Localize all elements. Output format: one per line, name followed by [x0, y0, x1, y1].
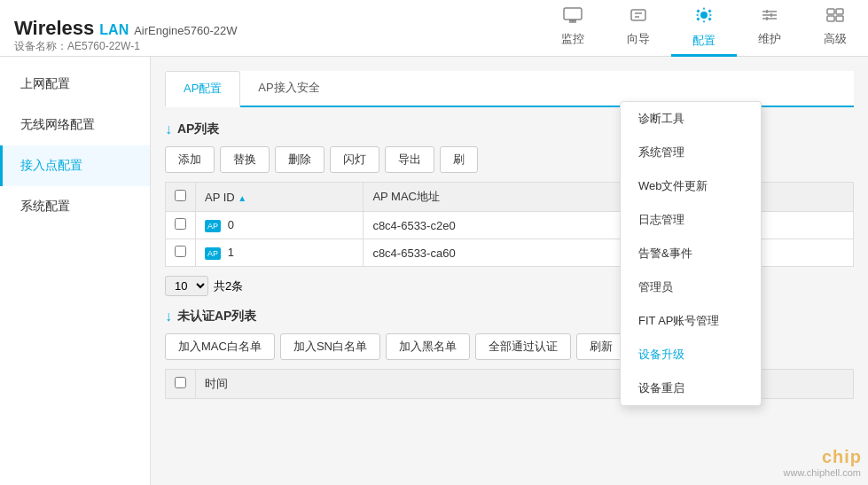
brand-wireless: Wireless [14, 17, 94, 40]
header-nav: 监控 向导 配置 [540, 0, 868, 57]
add-button[interactable]: 添加 [165, 146, 215, 173]
refresh-button[interactable]: 刷 [440, 146, 478, 173]
watermark: c h i p www.chiphell.com [784, 447, 861, 478]
add-mac-button[interactable]: 加入MAC白名单 [165, 333, 275, 360]
unauth-select-all[interactable] [175, 377, 186, 388]
row0-checkbox[interactable] [175, 218, 186, 230]
dropdown-item-sysmgr[interactable]: 系统管理 [621, 136, 761, 169]
delete-button[interactable]: 删除 [275, 146, 325, 173]
svg-rect-4 [631, 10, 645, 20]
monitor-icon [563, 7, 583, 27]
chip-c: c [822, 447, 832, 467]
svg-rect-14 [836, 9, 843, 14]
nav-item-maintain[interactable]: 维护 [737, 0, 802, 57]
sort-ap-id-icon: ▲ [238, 193, 246, 203]
dropdown-item-webupdate[interactable]: Web文件更新 [621, 169, 761, 203]
nav-item-config[interactable]: 配置 [671, 0, 737, 57]
dropdown-item-diag[interactable]: 诊断工具 [621, 102, 761, 136]
nav-label-wizard: 向导 [627, 31, 650, 47]
chip-h: h [833, 447, 843, 467]
header-checkbox-cell [166, 183, 196, 212]
svg-rect-13 [827, 9, 834, 14]
row0-ap-id: AP 0 [196, 212, 364, 239]
brand: Wireless LAN AirEngine5760-22W [14, 17, 238, 40]
header-ap-mac[interactable]: AP MAC地址 [364, 183, 645, 212]
dropdown-menu: 诊断工具 系统管理 Web文件更新 日志管理 告警&事件 管理员 FIT AP账… [620, 101, 762, 406]
svg-rect-1 [569, 20, 576, 21]
unauth-header-checkbox [166, 370, 196, 399]
tab-ap-security[interactable]: AP接入安全 [240, 71, 337, 107]
nav-item-wizard[interactable]: 向导 [606, 0, 671, 57]
brand-lan: LAN [99, 22, 129, 38]
advanced-icon [825, 7, 845, 27]
row1-ap-id: AP 1 [196, 239, 364, 267]
maintain-icon [760, 7, 779, 27]
select-all-checkbox[interactable] [175, 190, 186, 201]
add-sn-button[interactable]: 加入SN白名单 [280, 333, 380, 360]
chip-logo: c h i p [822, 447, 861, 467]
sidebar: 上网配置 无线网络配置 接入点配置 系统配置 [0, 57, 151, 485]
dropdown-item-fitap[interactable]: FIT AP账号管理 [621, 304, 761, 338]
flash-button[interactable]: 闪灯 [330, 146, 379, 173]
device-name: 设备名称：AE5760-22W-1 [14, 39, 140, 54]
page-size-select[interactable]: 10 20 50 [165, 276, 208, 296]
nav-label-maintain: 维护 [758, 31, 781, 47]
row1-checkbox[interactable] [175, 246, 186, 257]
sidebar-item-ap-config[interactable]: 接入点配置 [0, 145, 150, 186]
chip-i: i [844, 447, 849, 467]
nav-label-config: 配置 [692, 33, 716, 49]
row0-ap-mac: c8c4-6533-c2e0 [364, 212, 645, 239]
svg-rect-16 [836, 16, 843, 21]
brand-model: AirEngine5760-22W [134, 24, 237, 37]
export-button[interactable]: 导出 [385, 146, 434, 173]
config-icon [694, 5, 714, 29]
main-layout: 上网配置 无线网络配置 接入点配置 系统配置 AP配置 AP接入安全 ↓ AP列… [0, 57, 868, 485]
add-black-button[interactable]: 加入黑名单 [386, 333, 470, 360]
nav-item-advanced[interactable]: 高级 [802, 0, 868, 57]
dropdown-item-admin[interactable]: 管理员 [621, 270, 761, 304]
svg-rect-0 [564, 8, 582, 20]
row0-checkbox-cell [166, 212, 196, 239]
sidebar-item-wireless-net[interactable]: 无线网络配置 [0, 105, 150, 145]
dropdown-item-reboot[interactable]: 设备重启 [621, 372, 761, 405]
ap-icon-1: AP [205, 247, 221, 260]
header-ap-id[interactable]: AP ID ▲ [196, 183, 364, 212]
dropdown-item-logmgr[interactable]: 日志管理 [621, 203, 761, 237]
nav-label-monitor: 监控 [561, 31, 584, 47]
sidebar-item-sys-config[interactable]: 系统配置 [0, 186, 150, 227]
watermark-url: www.chiphell.com [784, 467, 861, 478]
approve-all-button[interactable]: 全部通过认证 [475, 333, 571, 360]
watermark-logo: c h i p www.chiphell.com [784, 447, 861, 478]
chip-p: p [850, 447, 861, 467]
row1-ap-mac: c8c4-6533-ca60 [364, 239, 645, 267]
replace-button[interactable]: 替换 [220, 146, 270, 173]
wizard-icon [629, 7, 648, 27]
svg-rect-15 [827, 16, 834, 21]
tab-ap-config[interactable]: AP配置 [165, 71, 240, 107]
total-count: 共2条 [214, 278, 243, 294]
ap-icon-0: AP [205, 220, 221, 232]
dropdown-item-alert[interactable]: 告警&事件 [621, 237, 761, 270]
unauth-refresh-button[interactable]: 刷新 [576, 333, 626, 360]
row1-checkbox-cell [166, 239, 196, 267]
dropdown-item-upgrade[interactable]: 设备升级 [621, 338, 761, 372]
ap-list-arrow: ↓ [165, 121, 172, 137]
unauth-list-arrow: ↓ [165, 309, 172, 325]
content-area: AP配置 AP接入安全 ↓ AP列表 添加 替换 删除 闪灯 导出 刷 [151, 57, 868, 485]
sidebar-item-internet[interactable]: 上网配置 [0, 64, 150, 105]
nav-label-advanced: 高级 [824, 31, 847, 47]
nav-item-monitor[interactable]: 监控 [540, 0, 606, 57]
